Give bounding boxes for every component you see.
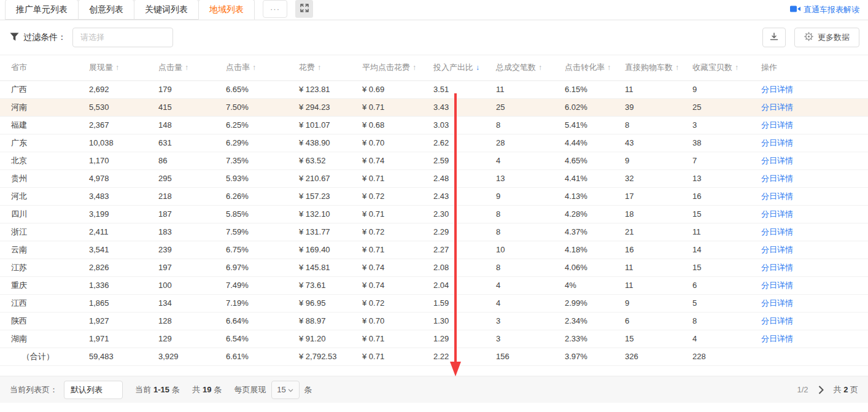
value-cell: 7.35% — [215, 152, 288, 169]
value-cell: 2.30 — [422, 205, 485, 223]
value-cell: 10 — [485, 241, 554, 258]
column-header-1[interactable]: 展现量↑ — [78, 55, 147, 80]
sort-asc-icon: ↑ — [538, 63, 542, 72]
per-page-select[interactable]: 15 — [271, 381, 300, 399]
more-tabs-button[interactable]: ··· — [263, 0, 287, 18]
province-cell: 贵州 — [0, 169, 78, 187]
table-row: 河北3,4832186.26%¥ 157.23¥ 0.722.4394.13%1… — [0, 187, 868, 205]
value-cell: 18 — [614, 205, 681, 223]
tab-2[interactable]: 关键词列表 — [134, 0, 199, 20]
more-data-button[interactable]: 更多数据 — [794, 28, 859, 47]
funnel-icon — [10, 33, 19, 43]
value-cell: 2.34% — [554, 312, 614, 330]
tab-0[interactable]: 推广单元列表 — [5, 0, 79, 20]
value-cell: 7.49% — [215, 276, 288, 294]
column-header-9[interactable]: 直接购物车数↑ — [614, 55, 681, 80]
daily-detail-link[interactable]: 分日详情 — [761, 245, 793, 254]
daily-detail-link[interactable]: 分日详情 — [761, 85, 793, 94]
tab-1[interactable]: 创意列表 — [78, 0, 134, 20]
sort-asc-icon: ↑ — [115, 63, 119, 72]
value-cell: 5.93% — [215, 169, 288, 187]
province-cell: 四川 — [0, 205, 78, 223]
province-cell: 江西 — [0, 294, 78, 312]
value-cell: 4.18% — [554, 241, 614, 258]
value-cell: 4.65% — [554, 152, 614, 169]
download-button[interactable] — [762, 28, 786, 47]
daily-detail-link[interactable]: 分日详情 — [761, 174, 793, 183]
value-cell: 6.29% — [215, 134, 288, 152]
daily-detail-link[interactable]: 分日详情 — [761, 227, 793, 236]
daily-detail-link[interactable]: 分日详情 — [761, 209, 793, 219]
table-row: 河南5,5304157.50%¥ 294.23¥ 0.713.43256.02%… — [0, 98, 868, 116]
value-cell: 6.25% — [215, 116, 288, 134]
value-cell: 239 — [147, 241, 215, 258]
column-header-7[interactable]: 总成交笔数↑ — [485, 55, 554, 80]
fullscreen-button[interactable] — [295, 0, 313, 18]
value-cell: 17 — [614, 187, 681, 205]
list-select[interactable]: 默认列表 — [64, 381, 123, 399]
value-cell: 5.85% — [215, 205, 288, 223]
next-page-button[interactable] — [818, 386, 824, 394]
value-cell: ¥ 73.61 — [288, 276, 351, 294]
value-cell: 4 — [485, 276, 554, 294]
value-cell: 100 — [147, 276, 215, 294]
column-header-5[interactable]: 平均点击花费↑ — [351, 55, 422, 80]
column-header-6[interactable]: 投入产出比↓ — [422, 55, 485, 80]
value-cell: 6.65% — [215, 80, 288, 98]
value-cell: ¥ 0.74 — [351, 152, 422, 169]
chevron-down-icon — [288, 385, 293, 394]
daily-detail-link[interactable]: 分日详情 — [761, 156, 793, 165]
video-icon — [790, 5, 800, 15]
daily-detail-link[interactable]: 分日详情 — [761, 192, 793, 201]
action-cell: 分日详情 — [750, 152, 868, 169]
tab-3[interactable]: 地域列表 — [198, 0, 255, 20]
sort-asc-icon: ↑ — [735, 63, 738, 72]
column-header-0: 省市 — [0, 55, 78, 80]
value-cell: 2.33% — [554, 330, 614, 348]
value-cell: 4.44% — [554, 134, 614, 152]
sort-asc-icon: ↑ — [252, 63, 256, 72]
value-cell: ¥ 0.70 — [351, 312, 422, 330]
column-header-3[interactable]: 点击率↑ — [215, 55, 288, 80]
total-pages-text: 共 2 页 — [834, 384, 858, 395]
action-cell: 分日详情 — [750, 169, 868, 187]
value-cell: ¥ 88.97 — [288, 312, 351, 330]
more-data-label: 更多数据 — [818, 32, 850, 43]
value-cell: ¥ 131.77 — [288, 223, 351, 241]
value-cell: 1,971 — [78, 330, 147, 348]
filter-label-group: 过滤条件： — [10, 32, 66, 43]
daily-detail-link[interactable]: 分日详情 — [761, 120, 793, 130]
province-cell: 云南 — [0, 241, 78, 258]
daily-detail-link[interactable]: 分日详情 — [761, 263, 793, 272]
daily-detail-link[interactable]: 分日详情 — [761, 316, 793, 325]
download-icon — [770, 33, 778, 43]
column-header-10[interactable]: 收藏宝贝数↑ — [681, 55, 750, 80]
daily-detail-link[interactable]: 分日详情 — [761, 281, 793, 290]
column-header-8[interactable]: 点击转化率↑ — [554, 55, 614, 80]
sort-desc-icon: ↓ — [476, 63, 479, 72]
value-cell: 3.97% — [554, 348, 614, 365]
daily-detail-link[interactable]: 分日详情 — [761, 103, 793, 112]
daily-detail-link[interactable]: 分日详情 — [761, 334, 793, 343]
value-cell: ¥ 63.52 — [288, 152, 351, 169]
sort-asc-icon: ↑ — [607, 63, 611, 72]
value-cell: 326 — [614, 348, 681, 365]
report-explain-link[interactable]: 直通车报表解读 — [790, 4, 859, 15]
value-cell: 218 — [147, 187, 215, 205]
column-header-2[interactable]: 点击量↑ — [147, 55, 215, 80]
daily-detail-link[interactable]: 分日详情 — [761, 138, 793, 147]
value-cell: 2.29 — [422, 223, 485, 241]
daily-detail-link[interactable]: 分日详情 — [761, 298, 793, 308]
value-cell: 295 — [147, 169, 215, 187]
value-cell: 11 — [681, 223, 750, 241]
value-cell: ¥ 0.74 — [351, 258, 422, 276]
filter-select[interactable]: 请选择 — [72, 28, 173, 47]
total-label-cell: （合计） — [0, 348, 78, 365]
value-cell: 187 — [147, 205, 215, 223]
value-cell: 2.48 — [422, 169, 485, 187]
value-cell: 1.59 — [422, 294, 485, 312]
value-cell: ¥ 0.71 — [351, 241, 422, 258]
value-cell: 4 — [485, 294, 554, 312]
column-header-4[interactable]: 花费↑ — [288, 55, 351, 80]
value-cell: 6.61% — [215, 348, 288, 365]
